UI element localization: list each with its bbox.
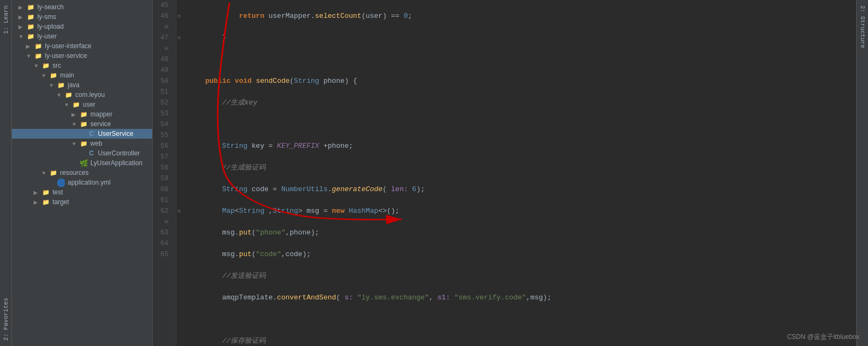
- tree-item-ly-sms[interactable]: ▶ 📁 ly-sms: [12, 12, 152, 22]
- expand-arrow: ▶: [34, 190, 41, 195]
- tree-label: application.yml: [68, 179, 110, 186]
- folder-icon: 📁: [26, 13, 36, 21]
- folder-icon: 📁: [49, 71, 58, 79]
- tree-label: LyUserApplication: [90, 159, 142, 167]
- tree-item-java[interactable]: ▼ 📁 java: [12, 80, 152, 90]
- spring-icon: 🌿: [79, 159, 89, 167]
- code-gutter: ⊖ ⊖ ⊖: [176, 0, 184, 346]
- tree-label: ly-user: [37, 32, 57, 40]
- tree-item-LyUserApplication[interactable]: ▶ 🌿 LyUserApplication: [12, 158, 152, 168]
- yaml-icon: 🌀: [56, 179, 66, 186]
- folder-icon: 📁: [79, 110, 89, 118]
- expand-arrow: ▼: [56, 92, 64, 98]
- expand-arrow: ▶: [71, 112, 79, 117]
- tree-label: web: [90, 140, 102, 147]
- folder-icon: 📁: [26, 3, 36, 11]
- tree-item-ly-user-interface[interactable]: ▶ 📁 ly-user-interface: [12, 41, 152, 51]
- expand-arrow: ▼: [64, 102, 71, 108]
- tree-label: ly-upload: [37, 23, 64, 30]
- folder-icon: 📁: [64, 91, 74, 99]
- tree-label: UserService: [98, 130, 133, 138]
- line-numbers: 45 46 ⊖ 47 ⊖ 48 49 50 51 52 53 54 55 56 …: [153, 0, 176, 346]
- tree-label: resources: [60, 169, 89, 177]
- tree-label: com.leyou: [75, 91, 105, 99]
- expand-arrow: ▼: [41, 170, 49, 176]
- tree-label: user: [83, 101, 95, 108]
- tree-label: UserController: [98, 149, 140, 157]
- expand-arrow: ▼: [71, 141, 79, 147]
- tree-label: ly-user-interface: [45, 42, 91, 50]
- expand-arrow: ▼: [49, 82, 56, 88]
- expand-arrow: ▶: [18, 24, 26, 30]
- tree-item-test[interactable]: ▶ 📁 test: [12, 187, 152, 197]
- expand-arrow: ▶: [26, 43, 34, 49]
- favorites-tab[interactable]: 2: Favorites: [1, 292, 11, 346]
- tree-label: target: [52, 198, 69, 206]
- folder-icon: 📁: [79, 140, 89, 147]
- folder-icon: 📁: [26, 23, 36, 30]
- folder-icon: 📁: [41, 62, 51, 69]
- tree-item-web[interactable]: ▼ 📁 web: [12, 139, 152, 148]
- folder-icon: 📁: [41, 198, 51, 206]
- tree-item-UserService[interactable]: ▶ C UserService: [12, 129, 152, 139]
- expand-arrow: ▼: [18, 34, 26, 40]
- folder-icon: 📁: [56, 81, 66, 89]
- expand-arrow: ▶: [34, 199, 41, 205]
- tree-item-ly-user-service[interactable]: ▼ 📁 ly-user-service: [12, 51, 152, 61]
- tree-label: ly-user-service: [45, 52, 87, 60]
- tree-label: main: [60, 71, 74, 79]
- code-editor: 45 46 ⊖ 47 ⊖ 48 49 50 51 52 53 54 55 56 …: [153, 0, 856, 346]
- tree-label: test: [52, 188, 63, 196]
- expand-arrow: ▶: [18, 4, 26, 10]
- tree-label: ly-search: [37, 3, 64, 11]
- tree-item-resources[interactable]: ▼ 📁 resources: [12, 168, 152, 178]
- code-area[interactable]: return userMapper.selectCount(user) == 0…: [184, 0, 856, 346]
- tree-item-UserController[interactable]: ▶ C UserController: [12, 148, 152, 158]
- tree-label: src: [52, 62, 61, 69]
- class-icon: C: [87, 149, 96, 157]
- folder-icon: 📁: [79, 120, 89, 128]
- tree-item-application-yml[interactable]: ▶ 🌀 application.yml: [12, 178, 152, 187]
- tree-item-main[interactable]: ▼ 📁 main: [12, 70, 152, 80]
- tree-item-user[interactable]: ▼ 📁 user: [12, 100, 152, 109]
- tree-item-ly-upload[interactable]: ▶ 📁 ly-upload: [12, 22, 152, 31]
- structure-tab[interactable]: 2: Structure: [858, 0, 867, 54]
- tree-label: service: [90, 120, 111, 128]
- learn-tab[interactable]: 1: Learn: [1, 0, 11, 40]
- folder-icon: 📁: [49, 169, 58, 177]
- expand-arrow: ▼: [34, 63, 41, 69]
- folder-icon: 📁: [34, 52, 43, 60]
- expand-arrow: ▼: [71, 121, 79, 127]
- tree-item-mapper[interactable]: ▶ 📁 mapper: [12, 109, 152, 119]
- folder-icon: 📁: [34, 42, 43, 50]
- file-tree: ▶ 📁 ly-search ▶ 📁 ly-sms ▶ 📁 ly-upload ▼…: [12, 0, 153, 346]
- expand-arrow: ▼: [26, 53, 34, 59]
- tree-label: java: [68, 81, 80, 89]
- watermark: CSDN @蓝盒子itbluebox: [787, 332, 859, 342]
- tree-item-com-leyou[interactable]: ▼ 📁 com.leyou: [12, 90, 152, 100]
- folder-icon: 📁: [41, 188, 51, 196]
- left-side-tabs: 1: Learn 2: Favorites: [0, 0, 12, 346]
- tree-label: mapper: [90, 110, 113, 118]
- tree-item-target[interactable]: ▶ 📁 target: [12, 197, 152, 207]
- tree-label: ly-sms: [37, 13, 56, 21]
- expand-arrow: ▼: [41, 73, 49, 79]
- right-side-tabs: 2: Structure: [856, 0, 868, 346]
- tree-item-ly-search[interactable]: ▶ 📁 ly-search: [12, 2, 152, 12]
- class-icon: C: [87, 130, 96, 138]
- folder-icon: 📁: [71, 101, 81, 108]
- tree-item-src[interactable]: ▼ 📁 src: [12, 61, 152, 70]
- tree-item-ly-user[interactable]: ▼ 📁 ly-user: [12, 31, 152, 41]
- expand-arrow: ▶: [18, 14, 26, 20]
- folder-icon: 📁: [26, 32, 36, 40]
- tree-item-service[interactable]: ▼ 📁 service: [12, 119, 152, 129]
